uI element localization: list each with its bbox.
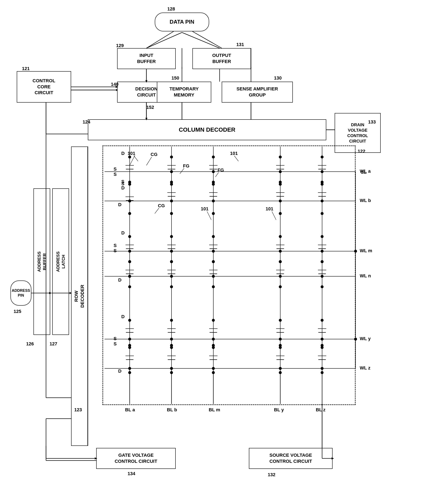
bl-b-label: BL b — [167, 407, 177, 413]
svg-line-1 — [182, 33, 220, 48]
data-pin-box: DATA PIN — [155, 13, 209, 31]
ref-125: 125 — [14, 309, 21, 314]
bl-a-label: BL a — [125, 407, 135, 413]
circuit-diagram: DATA PIN 128 INPUT BUFFER 129 OUTPUT BUF… — [0, 0, 448, 503]
ref-134: 134 — [128, 471, 135, 476]
wl-y-label: WL y — [360, 336, 371, 341]
ref-133: 133 — [368, 119, 376, 125]
ref-150: 150 — [172, 75, 179, 81]
ref-130: 130 — [274, 75, 282, 81]
memory-array-dashed — [102, 146, 355, 405]
ref-128: 128 — [167, 6, 175, 12]
wl-b-label: WL b — [360, 198, 371, 203]
wl-n-label: WL n — [360, 273, 371, 279]
ref-122: 122 — [358, 149, 365, 154]
ref-126: 126 — [26, 341, 34, 347]
control-core-box: CONTROL CORE CIRCUIT — [17, 71, 71, 102]
wl-z-label: WL z — [360, 365, 370, 371]
ref-123: 123 — [74, 407, 82, 413]
ref-121: 121 — [22, 66, 30, 71]
ref-132: 132 — [268, 472, 275, 477]
wl-m-label: WL m — [360, 248, 372, 253]
sense-amplifier-box: SENSE AMPLIFIER GROUP — [222, 82, 293, 102]
ref-124: 124 — [83, 119, 90, 125]
svg-line-266 — [146, 31, 174, 48]
address-latch-box: ADDRESS LATCH — [52, 188, 69, 335]
bl-m-label: BL m — [209, 407, 220, 413]
source-voltage-box: SOURCE VOLTAGE CONTROL CIRCUIT — [249, 448, 333, 469]
bl-z-label: BL z — [316, 407, 325, 413]
row-decoder-box: ROW DECODER — [71, 147, 88, 446]
ref-152: 152 — [146, 105, 154, 110]
address-pin-box: ADDRESS PIN — [10, 281, 31, 306]
address-buffer-box: ADDRESS BUFFER — [33, 188, 50, 335]
gate-voltage-box: GATE VOLTAGE CONTROL CIRCUIT — [96, 448, 176, 469]
input-buffer-box: INPUT BUFFER — [117, 48, 176, 69]
ref-129: 129 — [116, 43, 124, 48]
ref-131: 131 — [236, 42, 244, 47]
ref-127: 127 — [49, 341, 57, 347]
temporary-memory-box: TEMPORARY MEMORY — [157, 82, 211, 102]
ref-140: 140 — [111, 82, 119, 87]
bl-y-label: BL y — [274, 407, 284, 413]
column-decoder-box: COLUMN DECODER — [88, 119, 326, 140]
output-buffer-box: OUTPUT BUFFER — [192, 48, 251, 69]
sl-label: SL — [361, 169, 367, 175]
svg-line-0 — [146, 33, 182, 48]
svg-line-267 — [192, 31, 222, 48]
